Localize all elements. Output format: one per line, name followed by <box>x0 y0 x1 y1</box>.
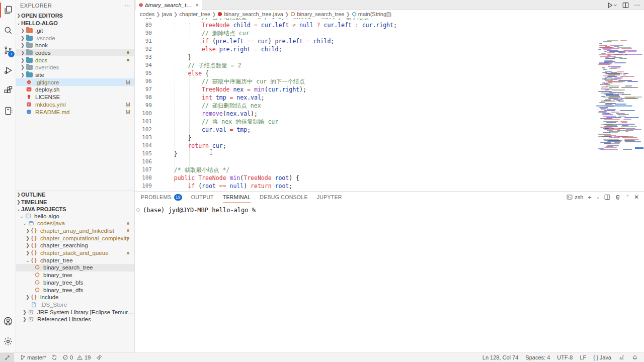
tree-item-docs[interactable]: ❯docs <box>16 56 134 64</box>
branch-status[interactable]: master* <box>20 354 46 360</box>
chevron-right-icon[interactable]: ❯ <box>20 28 25 33</box>
encoding-status[interactable]: UTF-8 <box>557 354 573 360</box>
panel-tab-problems[interactable]: PROBLEMS19 <box>141 192 182 203</box>
tree-item-hello-algo[interactable]: ⌄hello-algo <box>16 212 134 220</box>
line-col-status[interactable]: Ln 128, Col 74 <box>482 354 519 360</box>
chevron-right-icon[interactable]: ❯ <box>22 310 27 315</box>
breadcrumb-item[interactable]: codes <box>140 11 154 17</box>
tree-item-chapter-stack-and-queue[interactable]: ❯{ }chapter_stack_and_queue <box>16 249 134 257</box>
sync-button[interactable] <box>51 354 57 360</box>
run-button[interactable] <box>607 2 617 9</box>
overview-ruler[interactable] <box>635 18 644 191</box>
chevron-down-icon[interactable]: ⌄ <box>22 221 27 226</box>
tree-item-binary-search-tree[interactable]: binary_search_tree <box>16 264 134 272</box>
contains-changes-dot <box>127 51 129 54</box>
remote-indicator[interactable] <box>0 353 14 362</box>
new-terminal-button[interactable]: + <box>588 194 592 201</box>
run-debug-activity-icon[interactable] <box>0 60 16 80</box>
code-editor[interactable]: 88 // 当子结点数量 = 0 / 1 时， child = null / 该… <box>135 18 644 191</box>
chevron-right-icon[interactable]: ❯ <box>22 317 27 322</box>
timeline-section[interactable]: ❯TIMELINE <box>16 198 134 206</box>
outline-section[interactable]: ❯OUTLINE <box>16 191 134 198</box>
chevron-down-icon[interactable]: ⌄ <box>19 214 24 219</box>
tree-item-readme-md[interactable]: README.mdM <box>16 108 134 116</box>
breadcrumb-item[interactable]: binary_search_tree.java <box>217 11 283 17</box>
tree-item-include[interactable]: ❯{ }include <box>16 294 134 301</box>
chevron-right-icon[interactable]: ❯ <box>20 50 25 55</box>
language-status[interactable]: { } Java <box>593 354 611 360</box>
tab-close-icon[interactable]: × <box>196 2 199 8</box>
explorer-more-icon[interactable]: ⋯ <box>125 3 130 9</box>
panel-tab-terminal[interactable]: TERMINAL <box>223 192 251 203</box>
tree-item--git[interactable]: ❯.git <box>16 27 134 34</box>
rocket-status-icon[interactable] <box>96 354 102 361</box>
panel-tab-debug-console[interactable]: DEBUG CONSOLE <box>260 192 308 203</box>
tree-item-binary-tree[interactable]: binary_tree <box>16 272 134 279</box>
tree-item-site[interactable]: ❯site <box>16 71 134 79</box>
tree-item-book[interactable]: ❯book <box>16 42 134 49</box>
chevron-right-icon[interactable]: ❯ <box>25 243 30 248</box>
account-icon[interactable] <box>0 311 16 331</box>
editor-more-actions-icon[interactable]: ⋯ <box>634 2 640 9</box>
tree-item-referenced-libraries[interactable]: ❯Referenced Libraries <box>16 316 134 323</box>
terminal-prompt[interactable]: (base) jyd@JYD-MBP hello-algo % <box>143 207 256 214</box>
workspace-root-section[interactable]: ⌄HELLO-ALGO <box>16 19 134 27</box>
tree-item-codes-java[interactable]: ⌄codes/java <box>16 220 134 227</box>
search-activity-icon[interactable] <box>0 20 16 40</box>
split-editor-button[interactable] <box>622 2 629 9</box>
java-status-icon[interactable] <box>618 354 625 360</box>
extensions-activity-icon[interactable] <box>0 80 16 101</box>
shell-selector[interactable]: zsh <box>567 194 583 200</box>
tab-binary-search-tree[interactable]: binary_search_tree.java × <box>136 0 202 10</box>
tree-item-jre-system-library-eclipse-temurin-17-17-[interactable]: ❯JRE System Library [Eclipse Temurin 17 … <box>16 308 134 316</box>
open-editors-section[interactable]: ❯OPEN EDITORS <box>16 12 134 19</box>
class-icon <box>34 287 41 293</box>
chevron-right-icon[interactable]: ❯ <box>20 36 25 41</box>
tree-item--vscode[interactable]: ❯.vscode <box>16 34 134 42</box>
panel-tab-jupyter[interactable]: JUPYTER <box>317 192 342 203</box>
chevron-right-icon[interactable]: ❯ <box>25 228 30 233</box>
chevron-right-icon[interactable]: ❯ <box>25 250 30 255</box>
maximize-panel-chevron-icon[interactable]: ⌃ <box>625 195 629 200</box>
chevron-right-icon[interactable]: ❯ <box>20 65 25 70</box>
tree-item-mkdocs-yml[interactable]: mkdocs.ymlM <box>16 101 134 108</box>
split-terminal-button[interactable] <box>604 194 610 200</box>
chevron-right-icon[interactable]: ❯ <box>20 43 25 48</box>
breadcrumb-item[interactable]: java <box>162 11 172 17</box>
indentation-status[interactable]: Spaces: 4 <box>525 354 550 360</box>
chevron-right-icon[interactable]: ❯ <box>25 236 30 241</box>
chevron-down-icon[interactable]: ⌄ <box>25 258 30 263</box>
line-number: 107 <box>135 166 152 174</box>
tree-item-chapter-tree[interactable]: ⌄{ }chapter_tree <box>16 256 134 264</box>
chevron-right-icon[interactable]: ❯ <box>20 72 25 77</box>
tree-item-chapter-array-and-linkedlist[interactable]: ❯{ }chapter_array_and_linkedlist <box>16 227 134 234</box>
chevron-right-icon[interactable]: ❯ <box>20 58 25 63</box>
tree-item-chapter-computational-complexity[interactable]: ❯{ }chapter_computational_complexity <box>16 234 134 242</box>
settings-gear-icon[interactable] <box>0 331 16 351</box>
tree-item-overrides[interactable]: ❯overrides <box>16 64 134 71</box>
source-control-activity-icon[interactable]: 7 <box>0 40 16 60</box>
minimap[interactable] <box>596 19 632 191</box>
problems-status[interactable]: 0 19 <box>62 354 91 360</box>
tree-item-chapter-searching[interactable]: ❯{ }chapter_searching <box>16 242 134 249</box>
kill-terminal-button[interactable] <box>615 194 621 200</box>
breadcrumb-item[interactable]: binary_search_tree <box>290 11 344 17</box>
tree-item-license[interactable]: LICENSE <box>16 94 134 101</box>
chevron-right-icon[interactable]: ❯ <box>25 295 30 300</box>
tree-item--gitignore[interactable]: .gitignoreM <box>16 78 134 86</box>
eol-status[interactable]: LF <box>580 354 586 360</box>
panel-tab-output[interactable]: OUTPUT <box>191 192 214 203</box>
notifications-bell-icon[interactable] <box>632 354 638 361</box>
java-projects-section[interactable]: ⌄JAVA PROJECTS <box>16 205 134 213</box>
tree-item-binary-tree-bfs[interactable]: binary_tree_bfs <box>16 279 134 286</box>
breadcrumb-item[interactable]: main(String[]) <box>352 11 391 17</box>
terminal-dropdown-chevron-icon[interactable]: ⌄ <box>596 195 600 200</box>
notebook-activity-icon[interactable] <box>0 101 16 121</box>
close-panel-icon[interactable]: ✕ <box>634 194 639 201</box>
explorer-activity-icon[interactable] <box>0 0 16 20</box>
tree-item--ds-store[interactable]: .DS_Store <box>16 301 134 308</box>
tree-item-codes[interactable]: ❯codes <box>16 49 134 56</box>
breadcrumb-item[interactable]: chapter_tree <box>179 11 210 17</box>
tree-item-binary-tree-dfs[interactable]: binary_tree_dfs <box>16 286 134 294</box>
tree-item-deploy-sh[interactable]: deploy.sh <box>16 86 134 94</box>
